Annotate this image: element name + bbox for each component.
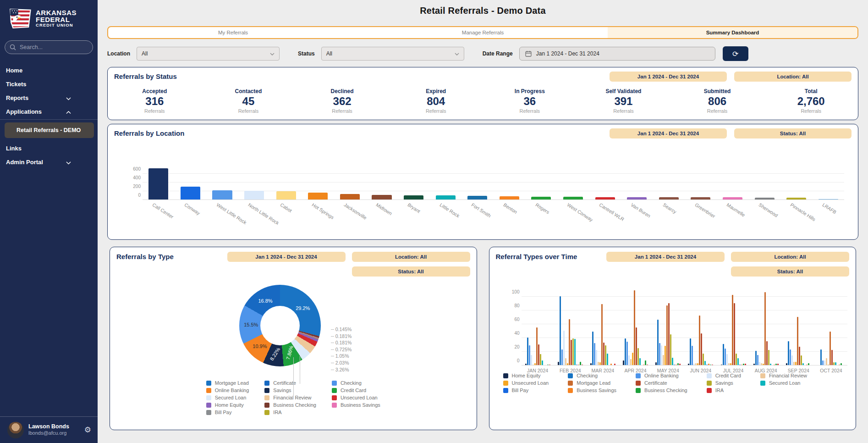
- search-input[interactable]: [20, 44, 84, 50]
- calendar-icon: [525, 50, 532, 57]
- bar-credit-card: [824, 360, 825, 365]
- bar-business-checking: [743, 364, 744, 365]
- bar-online-banking: [561, 349, 563, 365]
- bar-west-conway: [563, 197, 583, 199]
- bar-ira: [712, 365, 713, 365]
- sidebar-item-home[interactable]: Home: [0, 63, 98, 77]
- y-axis-tick: 0: [517, 358, 520, 363]
- tab-manage-referrals[interactable]: Manage Referrals: [358, 27, 608, 38]
- legend-item-secured-loan: Secured Loan: [206, 395, 249, 400]
- bar-savings: [637, 348, 639, 365]
- month-group-jul-2024: JUL 2024: [717, 287, 749, 365]
- x-axis-label: Maumelle: [726, 202, 747, 218]
- legend-column: Credit CardSavingsIRA: [707, 373, 741, 393]
- legend-swatch: [636, 373, 641, 378]
- y-axis-tick: 60: [514, 317, 519, 322]
- x-axis-label: APR 2024: [625, 368, 647, 373]
- legend-item-online-banking: Online Banking: [636, 373, 687, 378]
- bar-secured-loan: [607, 354, 608, 365]
- callout-label: 0.181%: [331, 333, 352, 340]
- tab-my-referrals[interactable]: My Referrals: [108, 27, 358, 38]
- x-axis-label: Bryant: [407, 202, 422, 214]
- bar-checking: [527, 338, 528, 365]
- bar-business-savings: [708, 364, 709, 365]
- x-axis-label: JAN 2024: [527, 368, 548, 373]
- time-grouped-bar-chart: 020406080100JAN 2024FEB 2024MAR 2024APR …: [510, 287, 848, 365]
- stat-submitted: Submitted806Referrals: [670, 88, 764, 114]
- bar-mortgage-lead: [732, 295, 733, 365]
- legend-swatch: [206, 395, 211, 400]
- tab-summary-dashboard[interactable]: Summary Dashboard: [608, 27, 857, 38]
- refresh-button[interactable]: ⟳: [723, 46, 748, 61]
- slice-label-certificate: 16.8%: [258, 298, 272, 304]
- status-card-title: Referrals by Status: [114, 72, 177, 80]
- legend-item-unsecured-loan: Unsecured Loan: [503, 380, 549, 386]
- legend-swatch: [264, 395, 269, 400]
- x-axis-label: West Little Rock: [215, 202, 247, 225]
- bar-ira: [679, 364, 681, 365]
- sidebar: ARKANSAS FEDERAL CREDIT UNION Home Ticke…: [0, 0, 98, 443]
- bar-secured-loan: [737, 358, 739, 365]
- bar-secured-loan: [802, 363, 804, 365]
- bar-online-banking: [757, 355, 758, 365]
- bar-benton: [500, 196, 519, 199]
- gear-icon[interactable]: ⚙: [84, 425, 91, 435]
- bar-savings: [833, 362, 835, 365]
- legend-swatch: [206, 410, 211, 415]
- date-range-input[interactable]: Jan 1 2024 - Dec 31 2024: [519, 47, 715, 61]
- slice-label-savings: 8.22%: [269, 347, 281, 362]
- bar-credit-card: [759, 362, 760, 365]
- sidebar-item-applications[interactable]: Applications: [0, 105, 98, 118]
- legend-swatch: [503, 388, 508, 393]
- month-group-jun-2024: JUN 2024: [684, 287, 717, 365]
- bar-home-equity: [590, 363, 592, 365]
- bar-business-checking: [775, 364, 777, 365]
- sidebar-item-tickets[interactable]: Tickets: [0, 77, 98, 91]
- legend-swatch: [760, 373, 765, 378]
- legend-item-bill-pay: Bill Pay: [206, 410, 249, 415]
- bar-bryant: [404, 195, 423, 199]
- status-select[interactable]: All: [321, 47, 464, 61]
- y-axis-tick: 100: [512, 289, 520, 294]
- bar-rogers: [531, 197, 551, 199]
- legend-column: CheckingCredit CardUnsecured LoanBusines…: [332, 380, 380, 415]
- location-filter-badge: Location: All: [731, 252, 849, 262]
- sidebar-item-links[interactable]: Links: [0, 141, 98, 155]
- x-axis-label: Sherwood: [758, 202, 779, 218]
- legend-swatch: [264, 410, 269, 415]
- bar-credit-card: [596, 350, 597, 365]
- bar-slot: Hot Springs: [302, 165, 334, 199]
- legend-item-ira: IRA: [264, 410, 316, 415]
- x-axis-label: Cabot: [279, 202, 293, 213]
- page-title: Retail Referrals - Demo Data: [105, 0, 861, 16]
- sidebar-item-reports[interactable]: Reports: [0, 91, 98, 105]
- bar-checking: [820, 349, 822, 365]
- legend-swatch: [568, 388, 573, 393]
- location-select[interactable]: All: [137, 47, 280, 61]
- bar-financial-review: [565, 358, 566, 365]
- type-card-title: Referrals by Type: [116, 252, 221, 260]
- bar-unsecured-loan: [599, 362, 601, 365]
- legend-item-business-checking: Business Checking: [636, 388, 687, 393]
- legend-item-mortgage-lead: Mortgage Lead: [568, 380, 616, 386]
- x-axis-label: Cantrell WLR: [598, 202, 625, 222]
- bar-home-equity: [623, 360, 624, 365]
- callout-line: [300, 355, 300, 384]
- legend-column: CertificateSavingsFinancial ReviewBusine…: [264, 380, 316, 415]
- bar-slot: Bryant: [398, 165, 430, 199]
- bar-business-savings: [610, 364, 612, 365]
- bar-ira: [647, 365, 648, 365]
- avatar: [7, 422, 24, 438]
- sidebar-item-admin-portal[interactable]: Admin Portal: [0, 155, 98, 169]
- bar-slot: Benton: [494, 165, 526, 199]
- sidebar-subitem-retail-referrals-demo[interactable]: Retail Referrals - DEMO: [5, 122, 94, 138]
- bar-savings: [768, 350, 769, 365]
- legend-item-secured-loan: Secured Loan: [760, 380, 807, 386]
- afcu-logo: ARKANSAS FEDERAL CREDIT UNION: [0, 0, 98, 35]
- status-filter-label: Status: [298, 50, 315, 57]
- status-filter-badge: Status: All: [352, 266, 470, 277]
- bar-west-little-rock: [212, 190, 232, 199]
- y-axis-tick: 40: [514, 331, 519, 336]
- bar-business-checking: [580, 362, 581, 365]
- legend-swatch: [264, 381, 269, 386]
